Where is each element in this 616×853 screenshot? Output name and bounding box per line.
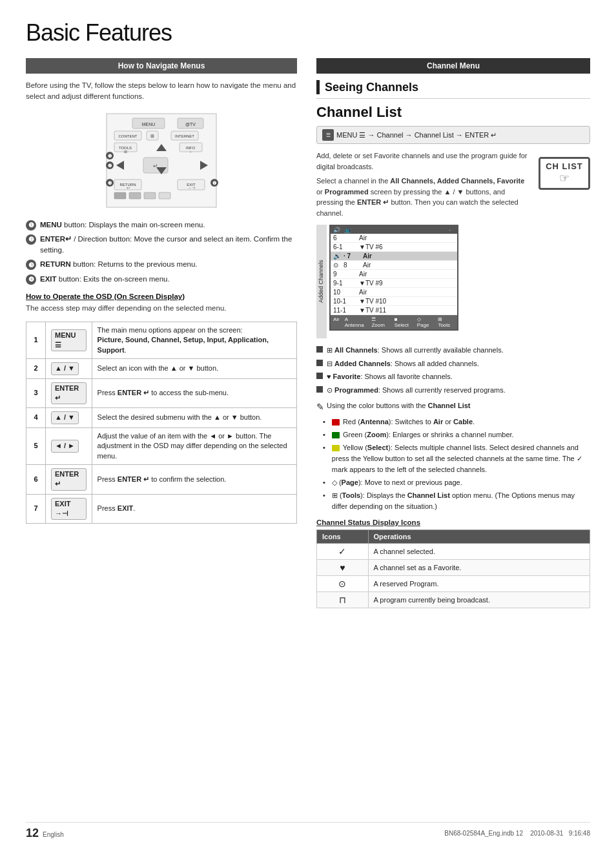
list-item-2: ❷ ENTER↵ / Direction button: Move the cu… [26, 234, 297, 256]
status-icon-clock: ⊙ [317, 576, 369, 592]
osd-num-3: 3 [26, 378, 46, 408]
osd-btn-4: ▲ / ▼ [46, 408, 92, 427]
osd-num-6: 6 [26, 464, 46, 494]
square-bullet [316, 346, 323, 353]
seeing-channels-header: Seeing Channels [316, 80, 590, 94]
osd-row-5: 5 ◄ / ► Adjust the value of an item with… [26, 427, 297, 464]
note-icon: ✎ [316, 400, 324, 414]
seeing-title: Seeing Channels [325, 81, 418, 94]
osd-btn-2: ▲ / ▼ [46, 359, 92, 378]
red-text: Red (Antenna): Switches to Air or Cable. [332, 416, 475, 427]
osd-table: 1 MENU ☰ The main menu options appear on… [26, 322, 297, 524]
svg-text:❹: ❹ [212, 181, 217, 185]
svg-text:⊞: ⊞ [150, 134, 154, 138]
menu-path-text: MENU ☰ → Channel → Channel List → ENTER … [336, 131, 497, 139]
square-bullet [316, 373, 323, 379]
status-row-check: ✓ A channel selected. [317, 544, 590, 560]
left-column: How to Navigate Menus Before using the T… [26, 58, 297, 608]
sub-bullet-red: Red (Antenna): Switches to Air or Cable. [323, 416, 590, 427]
note-line: ✎ Using the color buttons with the Chann… [316, 400, 590, 414]
osd-btn-7: EXIT →⊣ [46, 494, 92, 524]
ch-row: 9-1▼TV #9 [331, 279, 457, 288]
green-btn [332, 432, 340, 438]
page-title: Basic Features [26, 19, 590, 46]
ch-row: 10-1▼TV #10 [331, 297, 457, 306]
list-item-4: ❹ EXIT button: Exits the on-screen menu. [26, 274, 297, 285]
svg-text:MENU: MENU [142, 122, 156, 127]
page-text: ◇ (Page): Move to next or previous page. [332, 477, 462, 488]
doc-id: BN68-02584A_Eng.indb 12 [444, 830, 523, 837]
num-1: ❶ [26, 220, 36, 231]
num-2: ❷ [26, 234, 36, 245]
list-item-4-text: EXIT button: Exits the on-screen menu. [40, 274, 170, 285]
list-item-2-text: ENTER↵ / Direction button: Move the curs… [40, 234, 297, 256]
channel-status-title: Channel Status Display Icons [316, 519, 590, 526]
svg-text:⊞: ⊞ [124, 150, 127, 154]
svg-rect-33 [114, 192, 126, 199]
ch-footer: AirA Antenna☰ Zoom■ Select◇ Page⊞ Tools [331, 315, 457, 329]
osd-num-4: 4 [26, 408, 46, 427]
right-section-header: Channel Menu [316, 58, 590, 74]
svg-text:→⊣: →⊣ [188, 186, 195, 190]
ch-row: ⊙8Air [331, 261, 457, 270]
ch-description: Add, delete or set Favorite channels and… [316, 150, 532, 218]
osd-title: How to Operate the OSD (On Screen Displa… [26, 293, 297, 300]
ch-desc-2: Select a channel in the All Channels, Ad… [316, 176, 532, 218]
channel-screen-header: 🔊📺· [331, 226, 457, 234]
svg-text:@TV: @TV [185, 122, 196, 127]
page: Basic Features How to Navigate Menus Bef… [0, 0, 616, 853]
status-row-clock: ⊙ A reserved Program. [317, 576, 590, 592]
sub-bullet-page: ◇ (Page): Move to next or previous page. [323, 477, 590, 488]
ch-row: 9Air [331, 270, 457, 279]
svg-text:↩: ↩ [127, 186, 130, 190]
osd-desc-4: Select the desired submenu with the ▲ or… [92, 408, 296, 427]
osd-desc-7: Press EXIT. [92, 494, 296, 524]
added-channels-text: ⊟ Added Channels: Shows all added channe… [327, 358, 479, 369]
osd-desc-1: The main menu options appear on the scre… [92, 322, 296, 359]
osd-desc-3: Press ENTER ↵ to access the sub-menu. [92, 378, 296, 408]
bullet-favorite: ♥ Favorite: Shows all favorite channels. [316, 371, 590, 382]
osd-row-7: 7 EXIT →⊣ Press EXIT. [26, 494, 297, 524]
ch-row: 11-1▼TV #11 [331, 306, 457, 315]
favorite-text: ♥ Favorite: Shows all favorite channels. [327, 371, 453, 382]
osd-row-3: 3 ENTER ↵ Press ENTER ↵ to access the su… [26, 378, 297, 408]
osd-desc-2: Select an icon with the ▲ or ▼ button. [92, 359, 296, 378]
status-desc-heart: A channel set as a Favorite. [368, 560, 590, 576]
svg-rect-35 [144, 192, 156, 199]
status-table: Icons Operations ✓ A channel selected. ♥… [316, 529, 590, 608]
ch-list-title: Channel List [316, 104, 590, 121]
num-3: ❸ [26, 260, 36, 270]
status-row-broadcast: ⊓ A program currently being broadcast. [317, 592, 590, 608]
osd-row-1: 1 MENU ☰ The main menu options appear on… [26, 322, 297, 359]
osd-num-7: 7 [26, 494, 46, 524]
sub-bullet-tools: ⊞ (Tools): Displays the Channel List opt… [323, 490, 590, 512]
osd-num-2: 2 [26, 359, 46, 378]
svg-text:❷: ❷ [108, 163, 112, 168]
ch-row: 6Air [331, 234, 457, 243]
square-bullet [316, 360, 323, 366]
bullet-all-channels: ⊞ All Channels: Shows all currently avai… [316, 345, 590, 356]
ch-row: 6-1▼TV #6 [331, 243, 457, 252]
list-item-3-text: RETURN button: Returns to the previous m… [40, 259, 198, 270]
svg-text:i: i [190, 150, 190, 154]
bullet-programmed: ⊙ Programmed: Shows all currently reserv… [316, 385, 590, 396]
ch-desc-1: Add, delete or set Favorite channels and… [316, 150, 532, 172]
green-text: Green (Zoom): Enlarges or shrinks a chan… [332, 429, 514, 440]
svg-rect-34 [129, 192, 141, 199]
menu-path: ☰ MENU ☰ → Channel → Channel List → ENTE… [316, 126, 590, 144]
status-col-icons: Icons [317, 530, 369, 544]
left-section-header: How to Navigate Menus [26, 58, 297, 74]
status-desc-broadcast: A program currently being broadcast. [368, 592, 590, 608]
status-desc-clock: A reserved Program. [368, 576, 590, 592]
num-4: ❹ [26, 274, 36, 285]
menu-icon: ☰ [322, 129, 334, 141]
right-column: Channel Menu Seeing Channels Channel Lis… [316, 58, 590, 608]
channel-screen: 🔊📺· 6Air 6-1▼TV #6 🔊· 7Air ⊙8Air 9Air 9-… [329, 225, 458, 331]
osd-row-6: 6 ENTER ↵ Press ENTER ↵ to confirm the s… [26, 464, 297, 494]
status-icon-broadcast: ⊓ [317, 592, 369, 608]
page-footer: 12 English BN68-02584A_Eng.indb 12 2010-… [26, 822, 590, 840]
yellow-btn [332, 445, 340, 451]
osd-num-1: 1 [26, 322, 46, 359]
button-list: ❶ MENU button: Displays the main on-scre… [26, 220, 297, 285]
doc-time: 9:16:48 [569, 830, 590, 837]
